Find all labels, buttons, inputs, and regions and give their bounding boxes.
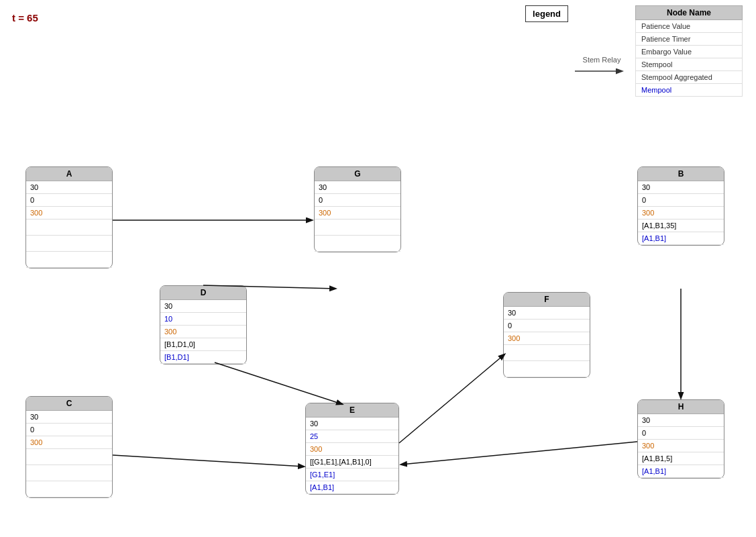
node-A-patience: 30 — [26, 181, 112, 194]
node-A: A 30 0 300 — [25, 166, 113, 268]
node-G-patience: 30 — [315, 181, 400, 194]
legend-table: Node Name Patience Value Patience Timer … — [635, 5, 743, 97]
legend-arrow-area: Stem Relay — [568, 56, 635, 77]
node-E-stemagg1: [G1,E1] — [306, 469, 398, 481]
legend-container: legend Stem Relay Node Name Patience Val… — [525, 5, 743, 97]
node-H-header: H — [638, 400, 724, 414]
legend-stempool-agg: Stempool Aggregated — [636, 71, 743, 84]
node-A-stemagg — [26, 236, 112, 252]
node-E-timer: 25 — [306, 430, 398, 443]
node-D: D 30 10 300 [B1,D1,0] [B1,D1] — [160, 285, 247, 364]
node-E-header: E — [306, 403, 398, 418]
arrow-E-F — [399, 354, 504, 443]
node-F-header: F — [504, 293, 590, 307]
node-B-embargo: 300 — [638, 207, 724, 219]
node-D-mempool: [B1,D1] — [160, 351, 246, 364]
node-F-patience: 30 — [504, 307, 590, 320]
node-B-stempool: [A1,B1,35] — [638, 219, 724, 232]
node-G-embargo: 300 — [315, 207, 400, 219]
node-H-embargo: 300 — [638, 440, 724, 452]
arrow-D-E — [215, 362, 342, 404]
node-A-stempool — [26, 219, 112, 236]
legend-arrow-line — [575, 65, 629, 77]
legend-col-header: Node Name — [636, 6, 743, 20]
node-B-mempool: [A1,B1] — [638, 232, 724, 245]
node-C-header: C — [26, 397, 112, 411]
node-A-header: A — [26, 167, 112, 181]
legend-embargo-value: Embargo Value — [636, 46, 743, 58]
node-B: B 30 0 300 [A1,B1,35] [A1,B1] — [637, 166, 724, 246]
node-C-timer: 0 — [26, 424, 112, 436]
node-A-timer: 0 — [26, 194, 112, 207]
node-C-stemagg — [26, 465, 112, 481]
node-G-timer: 0 — [315, 194, 400, 207]
node-G: G 30 0 300 — [314, 166, 401, 252]
node-E: E 30 25 300 [[G1,E1],[A1,B1],0] [G1,E1] … — [305, 403, 399, 495]
t-label: t = 65 — [12, 12, 38, 23]
node-C-patience: 30 — [26, 411, 112, 424]
node-D-stempool: [B1,D1,0] — [160, 338, 246, 351]
node-H-timer: 0 — [638, 427, 724, 440]
node-A-embargo: 300 — [26, 207, 112, 219]
node-E-patience: 30 — [306, 418, 398, 430]
node-D-patience: 30 — [160, 300, 246, 313]
node-B-patience: 30 — [638, 181, 724, 194]
node-H: H 30 0 300 [A1,B1,5] [A1,B1] — [637, 399, 724, 479]
node-E-stemagg2: [A1,B1] — [306, 481, 398, 494]
legend-mempool: Mempool — [636, 84, 743, 97]
node-C-stempool — [26, 449, 112, 465]
node-C: C 30 0 300 — [25, 396, 113, 498]
node-G-header: G — [315, 167, 400, 181]
arrow-C-E — [113, 455, 304, 467]
node-H-stempool: [A1,B1,5] — [638, 452, 724, 465]
node-G-stempool — [315, 219, 400, 236]
node-C-embargo: 300 — [26, 436, 112, 449]
node-A-mempool — [26, 252, 112, 268]
legend-patience-timer: Patience Timer — [636, 33, 743, 46]
node-G-mempool — [315, 236, 400, 252]
node-F-mempool — [504, 361, 590, 377]
node-F-stempool — [504, 345, 590, 361]
node-F-timer: 0 — [504, 320, 590, 332]
node-E-embargo: 300 — [306, 443, 398, 456]
legend-stempool: Stempool — [636, 58, 743, 71]
legend-title: legend — [525, 5, 568, 22]
node-E-stempool: [[G1,E1],[A1,B1],0] — [306, 456, 398, 469]
node-D-embargo: 300 — [160, 326, 246, 338]
node-H-mempool: [A1,B1] — [638, 465, 724, 478]
node-B-header: B — [638, 167, 724, 181]
node-F: F 30 0 300 — [503, 292, 590, 378]
node-C-mempool — [26, 481, 112, 497]
node-B-timer: 0 — [638, 194, 724, 207]
stem-relay-label: Stem Relay — [583, 56, 621, 64]
node-D-timer: 10 — [160, 313, 246, 326]
legend-patience-value: Patience Value — [636, 20, 743, 33]
arrow-H-E — [401, 442, 637, 465]
node-H-patience: 30 — [638, 414, 724, 427]
node-D-header: D — [160, 286, 246, 300]
node-F-embargo: 300 — [504, 332, 590, 345]
